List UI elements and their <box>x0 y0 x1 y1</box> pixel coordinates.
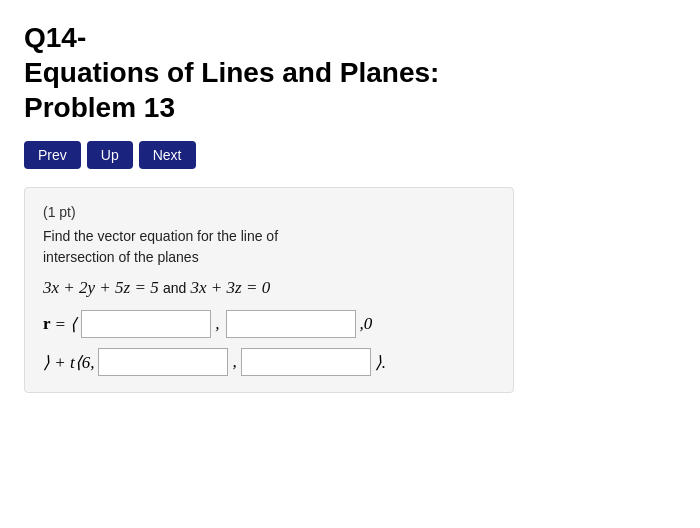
nav-buttons: Prev Up Next <box>24 141 676 169</box>
next-button[interactable]: Next <box>139 141 196 169</box>
equation-and: and <box>163 280 186 296</box>
vector-r-label: r <box>43 314 51 334</box>
answer-input-3[interactable] <box>98 348 228 376</box>
equation1: 3x + 2y + 5z = 5 <box>43 278 159 297</box>
answer-input-1[interactable] <box>81 310 211 338</box>
up-button[interactable]: Up <box>87 141 133 169</box>
equation2: 3x + 3z = 0 <box>191 278 271 297</box>
answer-input-2[interactable] <box>226 310 356 338</box>
problem-box: (1 pt) Find the vector equation for the … <box>24 187 514 393</box>
answer-row-1: r = ⟨ , ,0 <box>43 310 495 338</box>
title-line3: Problem 13 <box>24 92 175 123</box>
prev-button[interactable]: Prev <box>24 141 81 169</box>
page-title: Q14- Equations of Lines and Planes: Prob… <box>24 20 676 125</box>
title-line1: Q14- <box>24 22 86 53</box>
title-line2: Equations of Lines and Planes: <box>24 57 439 88</box>
points-label: (1 pt) <box>43 204 495 220</box>
math-equations: 3x + 2y + 5z = 5 and 3x + 3z = 0 <box>43 278 495 298</box>
answer-row-2: ⟩ + t⟨6, , ⟩. <box>43 348 495 376</box>
answer-input-4[interactable] <box>241 348 371 376</box>
problem-instruction: Find the vector equation for the line of… <box>43 226 495 268</box>
